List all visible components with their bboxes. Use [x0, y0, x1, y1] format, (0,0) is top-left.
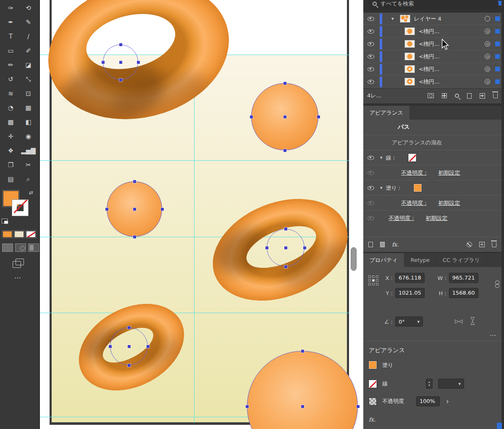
- locate-object-icon[interactable]: [455, 94, 459, 98]
- anchor-point[interactable]: [119, 43, 122, 46]
- clear-appearance-icon[interactable]: [467, 242, 472, 247]
- edit-toolbar-button[interactable]: …: [0, 269, 39, 280]
- anchor-point[interactable]: [301, 350, 304, 353]
- collect-for-export-icon[interactable]: [442, 93, 447, 98]
- stepper-down-icon[interactable]: ▾: [428, 384, 430, 387]
- add-effect-icon[interactable]: fx.: [392, 241, 399, 248]
- eraser-tool[interactable]: ◪: [21, 60, 36, 70]
- layer-item-name[interactable]: <楕円...: [419, 40, 485, 48]
- w-input[interactable]: 965.721: [449, 273, 478, 283]
- selected-art-indicator[interactable]: [495, 79, 500, 84]
- layer-item-name[interactable]: <楕円...: [419, 78, 485, 86]
- effects-fx-icon[interactable]: fx.: [369, 416, 375, 423]
- layer-item-name[interactable]: <楕円...: [419, 53, 485, 60]
- visibility-eye-icon[interactable]: [368, 171, 374, 175]
- type-tool[interactable]: T: [3, 32, 18, 41]
- more-options-button[interactable]: …: [490, 330, 496, 337]
- tab-appearance[interactable]: アピアランス: [363, 106, 410, 120]
- anchor-point[interactable]: [128, 345, 131, 348]
- layer-row-item[interactable]: <楕円...: [363, 63, 501, 76]
- paintbrush-tool[interactable]: ✐: [21, 46, 36, 55]
- shaper-tool[interactable]: ✏: [3, 60, 18, 70]
- selected-art-indicator[interactable]: [495, 42, 500, 46]
- visibility-eye-icon[interactable]: [368, 216, 374, 220]
- new-sublayer-icon[interactable]: [467, 93, 472, 99]
- draw-normal-mode-button[interactable]: [2, 243, 13, 252]
- default-fill-stroke-icon[interactable]: [2, 219, 8, 223]
- shape-builder-tool[interactable]: ◔: [3, 103, 18, 112]
- expand-chevron-icon[interactable]: ▾: [380, 185, 383, 191]
- fill-color-swatch[interactable]: [369, 361, 377, 369]
- rectangle-tool[interactable]: ▭: [3, 46, 18, 55]
- new-layer-icon[interactable]: [480, 93, 485, 99]
- anchor-point[interactable]: [119, 78, 122, 81]
- reference-point-selector[interactable]: [368, 275, 378, 285]
- gradient-swatch[interactable]: [14, 231, 24, 238]
- stroke-weight-stepper[interactable]: ▴ ▾: [426, 379, 433, 389]
- opacity-link[interactable]: 不透明度 :: [388, 214, 414, 222]
- new-fill-icon[interactable]: [380, 242, 385, 247]
- stroke-weight-select[interactable]: ▾: [438, 379, 464, 389]
- anchor-point[interactable]: [246, 405, 249, 408]
- anchor-point[interactable]: [303, 246, 306, 249]
- width-tool[interactable]: ≋: [3, 89, 18, 98]
- pen-tool[interactable]: ✒: [3, 18, 18, 27]
- search-bar[interactable]: すべてを検索: [368, 0, 499, 10]
- delete-layer-icon[interactable]: [493, 93, 498, 98]
- visibility-eye-icon[interactable]: [368, 55, 374, 59]
- tab-cc-libraries[interactable]: CC ライブラリ: [436, 253, 487, 267]
- anchor-point[interactable]: [284, 228, 287, 230]
- flip-horizontal-icon[interactable]: ▷◁: [455, 318, 462, 324]
- anchor-point[interactable]: [284, 82, 286, 85]
- stroke-none-swatch[interactable]: [408, 154, 416, 162]
- anchor-point[interactable]: [161, 208, 164, 211]
- scale-tool[interactable]: ⤡: [21, 75, 36, 84]
- canvas[interactable]: [40, 0, 363, 429]
- anchor-point[interactable]: [133, 180, 136, 183]
- opacity-value-link[interactable]: 初期設定: [426, 214, 448, 222]
- swap-fill-stroke-icon[interactable]: ⇄: [29, 190, 33, 196]
- anchor-point[interactable]: [317, 115, 320, 118]
- layer-thumbnail[interactable]: [404, 27, 415, 35]
- chevron-right-icon[interactable]: ›: [446, 397, 449, 405]
- anchor-point[interactable]: [109, 345, 112, 348]
- target-circle-icon[interactable]: [485, 29, 490, 34]
- anchor-point[interactable]: [137, 61, 140, 64]
- gradient-tool[interactable]: ◧: [21, 118, 36, 127]
- visibility-eye-icon[interactable]: [368, 29, 374, 34]
- delete-item-icon[interactable]: [492, 242, 496, 247]
- opacity-value-link[interactable]: 初期設定: [438, 169, 460, 177]
- appearance-row-fill[interactable]: ▾ 塗り :: [363, 180, 501, 195]
- anchor-point[interactable]: [133, 235, 136, 238]
- visibility-eye-icon[interactable]: [368, 201, 374, 205]
- anchor-point[interactable]: [357, 405, 360, 408]
- stepper-up-icon[interactable]: ▴: [428, 380, 430, 384]
- anchor-point[interactable]: [133, 208, 136, 211]
- anchor-point[interactable]: [301, 405, 304, 408]
- appearance-row-stroke[interactable]: ▾ 線 :: [363, 150, 501, 165]
- eyedropper-tool[interactable]: ✛: [3, 132, 18, 141]
- curvature-tool[interactable]: ✑: [3, 3, 18, 13]
- selected-art-indicator[interactable]: [495, 54, 500, 59]
- layer-row-item[interactable]: <楕円...: [363, 76, 501, 88]
- y-input[interactable]: 1021.05: [395, 288, 425, 298]
- duplicate-item-icon[interactable]: [479, 242, 485, 247]
- anchor-point[interactable]: [284, 246, 287, 249]
- layer-item-name[interactable]: <楕円...: [419, 65, 485, 73]
- perspective-grid-tool[interactable]: ▦: [21, 103, 36, 112]
- zoom-tool[interactable]: ⌕: [21, 175, 36, 184]
- opacity-checker-icon[interactable]: [369, 398, 377, 405]
- anchor-point[interactable]: [128, 326, 131, 329]
- tab-retype[interactable]: Retype: [404, 253, 437, 267]
- anchor-point[interactable]: [128, 364, 131, 367]
- stroke-color-swatch[interactable]: [12, 200, 28, 216]
- flip-vertical-icon[interactable]: ▷◁: [470, 317, 476, 325]
- slice-tool[interactable]: ✂: [21, 160, 36, 170]
- screen-mode-icon[interactable]: [13, 259, 25, 269]
- anchor-point[interactable]: [250, 115, 253, 118]
- appearance-row-stroke-opacity[interactable]: 不透明度 : 初期設定: [363, 165, 501, 180]
- anchor-point[interactable]: [147, 345, 150, 348]
- anchor-point[interactable]: [102, 61, 105, 64]
- selected-art-indicator[interactable]: [495, 16, 500, 21]
- layer-thumbnail[interactable]: [404, 40, 415, 48]
